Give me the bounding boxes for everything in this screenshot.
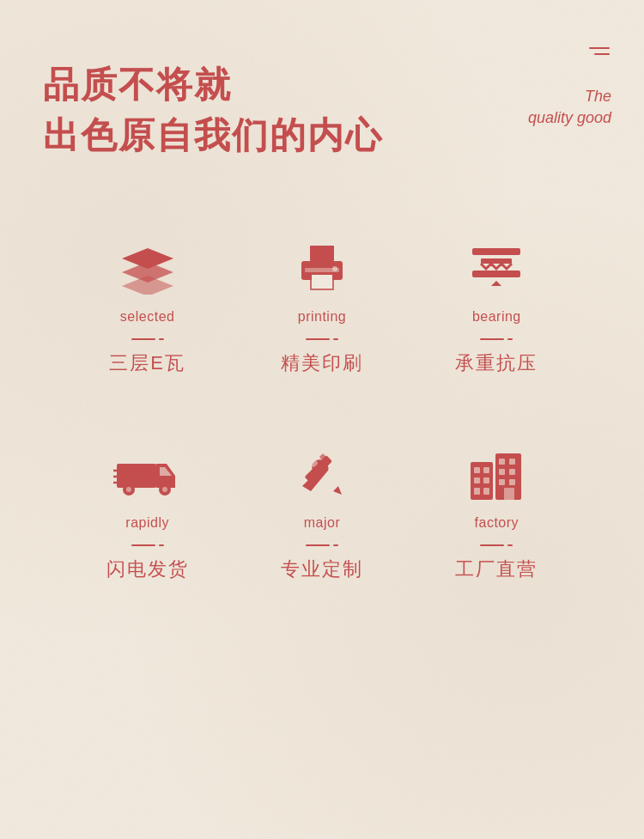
svg-marker-23 [333,486,342,495]
svg-rect-36 [509,469,515,475]
factory-divider [480,544,513,546]
svg-rect-10 [481,258,512,264]
svg-rect-31 [474,488,480,495]
bearing-label-en: bearing [472,309,521,325]
subtitle-quality: quality good [528,107,611,129]
feature-bearing: bearing 承重抗压 [419,239,574,376]
title-section: 品质不将就 出色原自我们的内心 [43,60,601,161]
svg-rect-3 [310,246,334,261]
selected-label-en: selected [120,309,175,325]
svg-rect-37 [499,479,505,485]
svg-rect-32 [483,488,489,495]
factory-icon [462,445,531,505]
printing-icon [288,239,356,299]
svg-rect-35 [499,469,505,475]
feature-rapidly: rapidly 闪电发货 [70,445,225,582]
bearing-label-zh: 承重抗压 [455,350,538,376]
page: 品质不将就 出色原自我们的内心 The quality good selecte… [0,0,644,839]
svg-rect-6 [312,275,332,289]
svg-rect-28 [483,467,489,473]
factory-label-en: factory [475,515,519,531]
svg-rect-29 [474,477,480,483]
rapidly-icon [113,445,182,505]
svg-rect-34 [509,459,515,465]
printing-label-zh: 精美印刷 [281,350,363,376]
feature-selected: selected 三层E瓦 [70,239,225,376]
svg-marker-12 [491,281,501,286]
svg-rect-27 [474,467,480,473]
menu-icon[interactable] [589,47,610,55]
subtitle-the: The [528,86,611,107]
factory-label-zh: 工厂直营 [455,556,538,582]
svg-point-8 [332,266,337,271]
features-grid-bottom: rapidly 闪电发货 major [43,445,601,582]
printing-divider [306,338,338,340]
bearing-divider [480,338,513,340]
svg-rect-38 [509,479,515,485]
selected-icon [113,239,182,299]
svg-rect-25 [471,462,493,500]
svg-rect-11 [472,271,520,277]
subtitle-corner: The quality good [528,86,611,129]
svg-rect-30 [483,477,489,483]
rapidly-divider [131,544,164,546]
major-divider [306,544,338,546]
rapidly-label-en: rapidly [125,515,169,531]
svg-rect-33 [499,459,505,465]
svg-point-17 [162,487,167,492]
feature-factory: factory 工厂直营 [419,445,574,582]
rapidly-label-zh: 闪电发货 [106,556,189,582]
main-title: 品质不将就 出色原自我们的内心 [43,60,601,161]
svg-rect-13 [117,464,156,488]
svg-rect-39 [504,488,514,500]
features-grid-top: selected 三层E瓦 [43,239,601,376]
selected-divider [131,338,164,340]
svg-rect-9 [472,248,520,255]
selected-label-zh: 三层E瓦 [109,350,185,376]
major-label-zh: 专业定制 [281,556,363,582]
printing-label-en: printing [298,309,346,325]
major-label-en: major [304,515,341,531]
svg-marker-2 [122,276,173,295]
major-icon [288,445,356,505]
svg-point-15 [126,487,131,492]
feature-major: major 专业定制 [245,445,399,582]
feature-printing: printing 精美印刷 [245,239,399,376]
bearing-icon [462,239,531,299]
